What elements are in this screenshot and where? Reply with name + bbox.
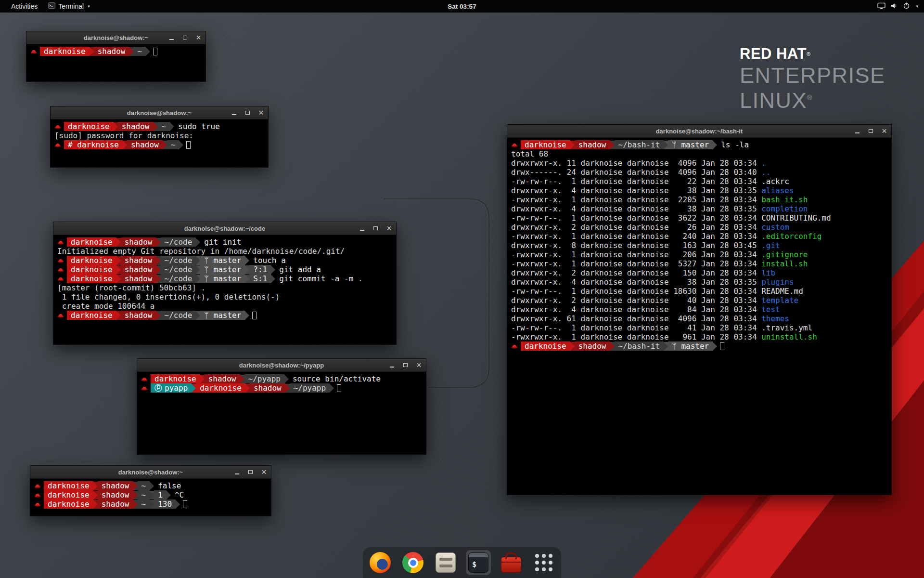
rhel-branding: RED HAT® ENTERPRISE LINUX®	[740, 46, 886, 111]
dock-item-firefox[interactable]	[368, 550, 393, 575]
output-text: drwxrwxr-x. 11 darknoise darknoise 4096 …	[511, 158, 761, 168]
output-text: drwxrwxr-x. 4 darknoise darknoise 84 Jan…	[511, 305, 761, 314]
prompt-segment-git: ᛘ master	[668, 140, 713, 149]
app-grid-icon	[535, 554, 552, 571]
output-text: drwx------. 24 darknoise darknoise 4096 …	[511, 168, 761, 177]
registered-mark: ®	[807, 94, 813, 102]
powerline-separator-icon	[93, 491, 98, 499]
output-text: drwxrwxr-x. 2 darknoise darknoise 40 Jan…	[511, 296, 761, 305]
system-status-area[interactable]: ▾	[874, 0, 921, 13]
minimize-button[interactable]	[233, 469, 241, 476]
window-title: darknoise@shadow:~/pyapp	[239, 362, 324, 369]
terminal-line: darknoiseshadow~/codeᛘ master	[57, 311, 392, 320]
close-button[interactable]	[260, 469, 268, 476]
window-titlebar[interactable]: darknoise@shadow:~/bash-it	[507, 125, 891, 138]
activities-button[interactable]: Activities	[0, 0, 43, 13]
terminal-cursor	[186, 141, 191, 149]
output-text: themes	[761, 314, 789, 323]
output-text: install.sh	[761, 259, 808, 268]
terminal-content[interactable]: darknoiseshadow~falsedarknoiseshadow~1^C…	[30, 479, 271, 511]
dock-item-files[interactable]	[433, 550, 458, 575]
window-titlebar[interactable]: darknoise@shadow:~/code	[53, 222, 396, 235]
powerline-separator-icon	[610, 342, 615, 351]
window-titlebar[interactable]: darknoise@shadow:~	[30, 466, 271, 479]
output-text: drwxrwxr-x. 8 darknoise darknoise 163 Ja…	[511, 241, 761, 250]
close-button[interactable]	[257, 109, 265, 117]
powerline-separator-icon	[129, 47, 134, 56]
registered-mark: ®	[807, 51, 810, 57]
terminal-line: total 68	[511, 149, 887, 158]
powerline-separator-icon	[285, 384, 290, 393]
prompt-segment-user: darknoise	[521, 342, 570, 351]
maximize-button[interactable]	[402, 362, 409, 369]
window-titlebar[interactable]: darknoise@shadow:~	[26, 31, 205, 44]
minimize-button[interactable]	[231, 109, 238, 117]
powerline-separator-icon	[170, 122, 174, 131]
window-titlebar[interactable]: darknoise@shadow:~/pyapp	[137, 359, 426, 372]
terminal-content[interactable]: darknoiseshadow~/bash-itᛘ masterls -lato…	[507, 138, 891, 353]
terminal-content[interactable]: darknoiseshadow~/codegit initInitialized…	[53, 235, 396, 322]
terminal-line: 1 file changed, 0 insertions(+), 0 delet…	[57, 292, 392, 302]
command-text: git add a	[275, 265, 321, 274]
powerline-separator-icon	[133, 500, 138, 509]
output-text: -rwxrwxr-x. 1 darknoise darknoise 2205 J…	[511, 195, 761, 204]
output-text: README.md	[761, 287, 803, 296]
powerline-separator-icon	[176, 500, 180, 509]
powerline-separator-icon	[133, 491, 138, 499]
close-button[interactable]	[415, 362, 423, 369]
prompt-segment-path: ~/pyapp	[244, 374, 284, 383]
minimize-button[interactable]	[168, 34, 175, 41]
maximize-button[interactable]	[867, 128, 874, 135]
maximize-button[interactable]	[372, 225, 379, 232]
output-text: plugins	[761, 277, 794, 287]
redhat-prompt-icon	[54, 142, 61, 148]
command-text: false	[154, 481, 181, 490]
powerline-separator-icon	[245, 265, 249, 274]
output-text: total 68	[511, 149, 548, 158]
terminal-content[interactable]: darknoiseshadow~	[26, 44, 205, 58]
output-text: drwxrwxr-x. 61 darknoise darknoise 4096 …	[511, 314, 761, 323]
close-button[interactable]	[385, 225, 393, 232]
output-text: -rwxrwxr-x. 1 darknoise darknoise 5327 J…	[511, 259, 761, 268]
maximize-button[interactable]	[247, 469, 254, 476]
powerline-separator-icon	[570, 342, 575, 351]
prompt-segment-user: darknoise	[44, 481, 93, 490]
minimize-button[interactable]	[388, 362, 396, 369]
prompt-segment-path: ~/code	[161, 237, 196, 247]
close-button[interactable]	[881, 128, 888, 135]
terminal-line: darknoiseshadow~130	[34, 499, 267, 509]
dock-item-toolbox[interactable]	[499, 550, 524, 575]
app-menu-terminal[interactable]: Terminal ▾	[43, 0, 95, 13]
dock-item-app-grid[interactable]	[531, 550, 556, 575]
prompt-segment-host: shadow	[121, 274, 156, 283]
terminal-content[interactable]: darknoiseshadow~sudo true[sudo] password…	[51, 119, 268, 152]
redhat-prompt-icon	[34, 483, 41, 489]
prompt-segment-git: ᛘ master	[668, 342, 713, 351]
redhat-prompt-icon	[34, 501, 41, 507]
branding-linux: LINUX	[740, 88, 807, 113]
close-button[interactable]	[195, 34, 202, 41]
powerline-separator-icon	[664, 342, 668, 351]
output-text: -rw-rw-r--. 1 darknoise darknoise 41 Jan…	[511, 323, 761, 332]
window-titlebar[interactable]: darknoise@shadow:~	[51, 106, 268, 119]
clock[interactable]: Sat 03:57	[448, 3, 476, 10]
dock-item-terminal[interactable]	[466, 550, 491, 575]
minimize-button[interactable]	[854, 128, 861, 135]
terminal-cursor	[720, 342, 724, 350]
command-text: source bin/activate	[289, 374, 381, 383]
powerline-separator-icon	[192, 384, 196, 393]
redhat-prompt-icon	[54, 124, 61, 130]
maximize-button[interactable]	[244, 109, 251, 117]
powerline-separator-icon	[200, 375, 205, 383]
prompt-segment-user: darknoise	[67, 256, 116, 265]
terminal-line: [sudo] password for darknoise:	[54, 131, 264, 140]
terminal-content[interactable]: darknoiseshadow~/pyappsource bin/activat…	[137, 372, 426, 395]
minimize-button[interactable]	[359, 225, 366, 232]
terminal-line: darknoiseshadow~false	[34, 481, 267, 490]
maximize-button[interactable]	[181, 34, 189, 41]
output-text: -rw-rw-r--. 1 darknoise darknoise 3622 J…	[511, 213, 761, 223]
dock-item-chrome[interactable]	[400, 550, 425, 575]
terminal-icon	[48, 2, 55, 10]
redhat-prompt-icon	[141, 385, 148, 391]
terminal-line: # darknoiseshadow~	[54, 140, 264, 149]
